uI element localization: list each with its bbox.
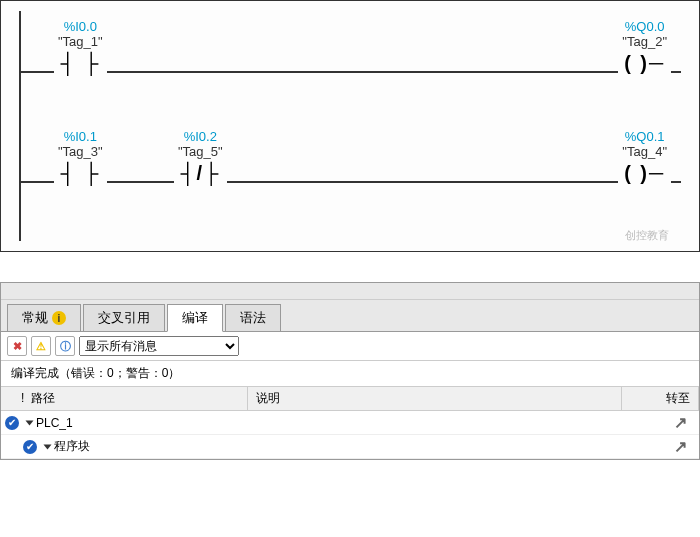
tab-compile[interactable]: 编译 xyxy=(167,304,223,332)
output-panel: 常规 i 交叉引用 编译 语法 ✖ ⚠ ⓘ 显示所有消息 编译完成（错误：0；警… xyxy=(0,282,700,460)
filter-info-button[interactable]: ⓘ xyxy=(55,336,75,356)
no-contact-symbol: ┤ ├ xyxy=(58,53,103,73)
tab-general[interactable]: 常规 i xyxy=(7,304,81,331)
expand-icon[interactable] xyxy=(44,444,52,449)
contact-address: %I0.1 xyxy=(58,129,103,144)
contact-no-tag3[interactable]: %I0.1 "Tag_3" ┤ ├ xyxy=(54,129,107,183)
goto-arrow-icon[interactable]: ↗ xyxy=(674,437,687,456)
ladder-diagram: %I0.0 "Tag_1" ┤ ├ %Q0.0 "Tag_2" ( )─ %I0… xyxy=(0,0,700,252)
contact-nc-tag5[interactable]: %I0.2 "Tag_5" ┤/├ xyxy=(174,129,227,183)
table-row[interactable]: ✔ 程序块 ↗ xyxy=(1,435,699,459)
table-row[interactable]: ✔ PLC_1 ↗ xyxy=(1,411,699,435)
coil-tag2[interactable]: %Q0.0 "Tag_2" ( )─ xyxy=(618,19,671,73)
coil-address: %Q0.1 xyxy=(622,129,667,144)
tab-crossref[interactable]: 交叉引用 xyxy=(83,304,165,331)
row-label: PLC_1 xyxy=(36,416,73,430)
check-icon: ✔ xyxy=(23,440,37,454)
watermark: 创控教育 xyxy=(625,228,669,243)
expand-icon[interactable] xyxy=(26,420,34,425)
goto-arrow-icon[interactable]: ↗ xyxy=(674,413,687,432)
nc-contact-symbol: ┤/├ xyxy=(178,163,223,183)
tab-label: 常规 xyxy=(22,309,48,327)
drag-bar[interactable] xyxy=(1,283,699,300)
coil-name: "Tag_4" xyxy=(622,144,667,159)
th-goto[interactable]: 转至 xyxy=(622,387,699,410)
th-path[interactable]: ! 路径 xyxy=(1,387,248,410)
info-icon: i xyxy=(52,311,66,325)
contact-address: %I0.0 xyxy=(58,19,103,34)
no-contact-symbol: ┤ ├ xyxy=(58,163,103,183)
tab-syntax[interactable]: 语法 xyxy=(225,304,281,331)
contact-no-tag1[interactable]: %I0.0 "Tag_1" ┤ ├ xyxy=(54,19,107,73)
compile-status: 编译完成（错误：0；警告：0） xyxy=(1,361,699,387)
contact-name: "Tag_1" xyxy=(58,34,103,49)
check-icon: ✔ xyxy=(5,416,19,430)
coil-address: %Q0.0 xyxy=(622,19,667,34)
tab-label: 语法 xyxy=(240,309,266,327)
rung-1[interactable]: %I0.0 "Tag_1" ┤ ├ %Q0.0 "Tag_2" ( )─ xyxy=(9,11,691,101)
row-label: 程序块 xyxy=(54,438,90,455)
contact-name: "Tag_5" xyxy=(178,144,223,159)
toolbar: ✖ ⚠ ⓘ 显示所有消息 xyxy=(1,332,699,361)
message-table: ! 路径 说明 转至 ✔ PLC_1 ↗ ✔ 程序块 ↗ xyxy=(1,387,699,459)
coil-tag4[interactable]: %Q0.1 "Tag_4" ( )─ xyxy=(618,129,671,183)
th-desc[interactable]: 说明 xyxy=(248,387,622,410)
message-filter-select[interactable]: 显示所有消息 xyxy=(79,336,239,356)
contact-name: "Tag_3" xyxy=(58,144,103,159)
tab-bar: 常规 i 交叉引用 编译 语法 xyxy=(1,300,699,332)
coil-name: "Tag_2" xyxy=(622,34,667,49)
coil-symbol: ( )─ xyxy=(622,53,667,73)
tab-label: 编译 xyxy=(182,309,208,327)
coil-symbol: ( )─ xyxy=(622,163,667,183)
tab-label: 交叉引用 xyxy=(98,309,150,327)
table-header: ! 路径 说明 转至 xyxy=(1,387,699,411)
filter-error-button[interactable]: ✖ xyxy=(7,336,27,356)
filter-warning-button[interactable]: ⚠ xyxy=(31,336,51,356)
contact-address: %I0.2 xyxy=(178,129,223,144)
rung-2[interactable]: %I0.1 "Tag_3" ┤ ├ %I0.2 "Tag_5" ┤/├ %Q0.… xyxy=(9,121,691,211)
